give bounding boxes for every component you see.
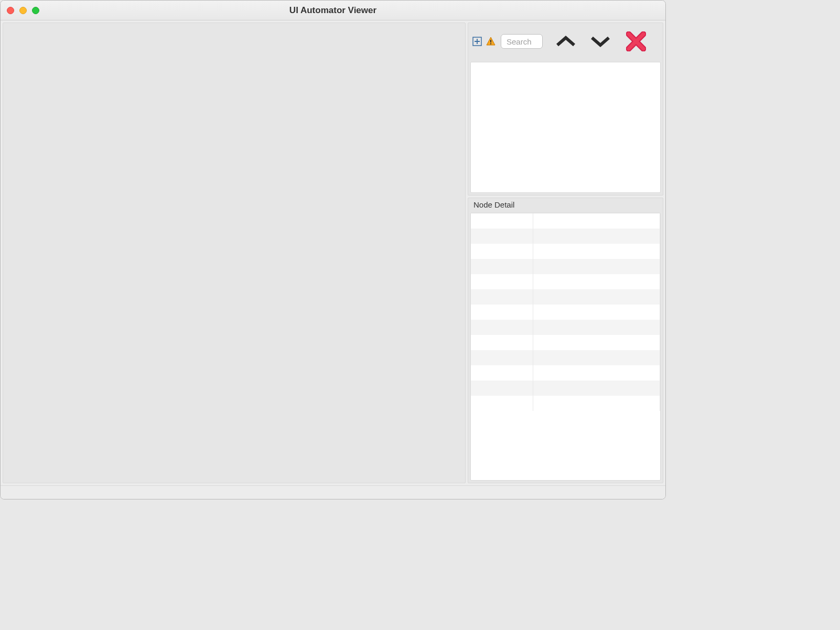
- close-icon: [626, 31, 646, 51]
- detail-value-cell: [533, 259, 660, 274]
- hierarchy-panel: [468, 23, 663, 195]
- svg-rect-4: [490, 44, 491, 45]
- hierarchy-tree[interactable]: [470, 62, 661, 193]
- detail-key-cell: [471, 213, 533, 229]
- table-row[interactable]: [471, 365, 660, 381]
- detail-value-cell: [533, 229, 660, 244]
- titlebar: UI Automator Viewer: [1, 1, 665, 20]
- warning-icon: [486, 37, 496, 46]
- detail-key-cell: [471, 396, 533, 411]
- table-row[interactable]: [471, 335, 660, 350]
- table-row[interactable]: [471, 289, 660, 305]
- table-row[interactable]: [471, 320, 660, 335]
- detail-key-cell: [471, 259, 533, 274]
- table-row[interactable]: [471, 396, 660, 411]
- status-bar: [1, 485, 665, 499]
- svg-rect-3: [490, 40, 491, 42]
- detail-value-cell: [533, 335, 660, 350]
- detail-key-cell: [471, 289, 533, 305]
- expand-all-icon: [472, 37, 482, 46]
- detail-key-cell: [471, 320, 533, 335]
- search-input[interactable]: [501, 34, 543, 49]
- detail-key-cell: [471, 335, 533, 350]
- detail-value-cell: [533, 381, 660, 396]
- expand-all-button[interactable]: [471, 36, 483, 47]
- table-row[interactable]: [471, 350, 660, 365]
- node-detail-panel: Node Detail: [468, 198, 663, 483]
- table-row[interactable]: [471, 229, 660, 244]
- content-area: Node Detail: [1, 20, 665, 485]
- prev-result-button[interactable]: [554, 31, 577, 52]
- detail-value-cell: [533, 289, 660, 305]
- naf-toggle-button[interactable]: [485, 36, 497, 47]
- window-title: UI Automator Viewer: [7, 5, 659, 16]
- detail-key-cell: [471, 229, 533, 244]
- maximize-window-button[interactable]: [32, 7, 39, 14]
- node-detail-table[interactable]: [471, 213, 660, 411]
- detail-key-cell: [471, 365, 533, 381]
- node-detail-header: Node Detail: [468, 198, 663, 211]
- detail-value-cell: [533, 396, 660, 411]
- app-window: UI Automator Viewer: [0, 0, 666, 499]
- detail-key-cell: [471, 274, 533, 289]
- detail-key-cell: [471, 381, 533, 396]
- chevron-down-icon: [590, 35, 611, 48]
- minimize-window-button[interactable]: [19, 7, 27, 14]
- close-window-button[interactable]: [7, 7, 14, 14]
- table-row[interactable]: [471, 381, 660, 396]
- detail-key-cell: [471, 305, 533, 320]
- table-row[interactable]: [471, 274, 660, 289]
- table-row[interactable]: [471, 259, 660, 274]
- next-result-button[interactable]: [589, 31, 612, 52]
- detail-value-cell: [533, 213, 660, 229]
- clear-search-button[interactable]: [624, 30, 648, 53]
- detail-value-cell: [533, 305, 660, 320]
- detail-value-cell: [533, 365, 660, 381]
- hierarchy-toolbar: [468, 23, 663, 60]
- detail-key-cell: [471, 350, 533, 365]
- detail-key-cell: [471, 244, 533, 259]
- chevron-up-icon: [555, 35, 576, 48]
- detail-value-cell: [533, 350, 660, 365]
- detail-value-cell: [533, 244, 660, 259]
- detail-value-cell: [533, 274, 660, 289]
- table-row[interactable]: [471, 213, 660, 229]
- node-detail-table-wrap: [470, 213, 661, 481]
- screenshot-pane[interactable]: [3, 23, 466, 483]
- table-row[interactable]: [471, 305, 660, 320]
- right-pane: Node Detail: [468, 23, 663, 483]
- window-controls: [7, 7, 39, 14]
- detail-value-cell: [533, 320, 660, 335]
- table-row[interactable]: [471, 244, 660, 259]
